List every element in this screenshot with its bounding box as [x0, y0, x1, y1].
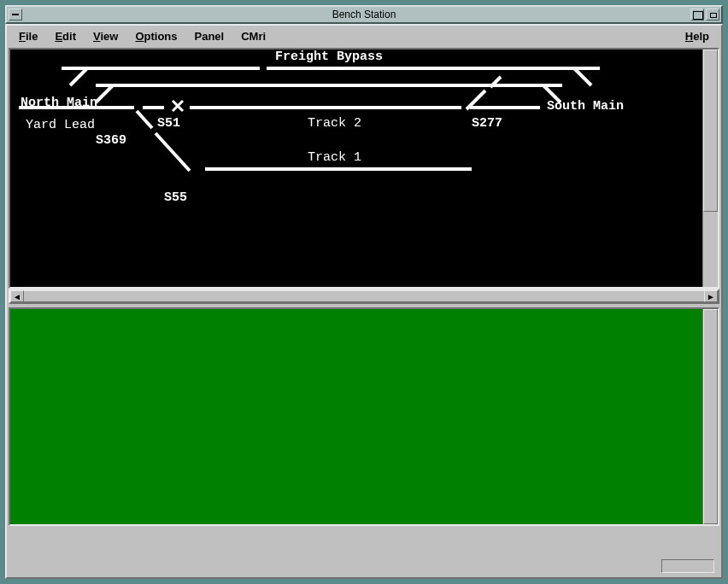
svg-line-2 — [70, 68, 87, 85]
track-diagram[interactable]: Freight Bypass North Main South Main Yar… — [10, 50, 718, 287]
bottom-panel-vscroll[interactable] — [702, 309, 718, 524]
window-body: File Edit View Options Panel CMri Help — [5, 24, 723, 579]
window-frame: Bench Station File Edit View Options Pan… — [0, 0, 728, 584]
menu-cmri[interactable]: CMri — [234, 28, 273, 44]
track-panel-hscroll[interactable]: ◄ ► — [9, 289, 719, 304]
maximize-button[interactable] — [690, 9, 704, 20]
bottom-panel[interactable] — [10, 309, 718, 524]
label-yard-lead: Yard Lead — [26, 118, 95, 132]
status-box — [661, 559, 714, 573]
scroll-thumb[interactable] — [703, 50, 718, 212]
bottom-panel-wrap — [9, 307, 719, 526]
menu-file[interactable]: File — [12, 28, 44, 44]
menu-help[interactable]: Help — [678, 28, 716, 44]
svg-line-13 — [137, 111, 152, 128]
track-lines — [10, 50, 694, 287]
label-s51: S51 — [157, 116, 180, 131]
scroll-left-arrow[interactable]: ◄ — [10, 290, 24, 302]
track-diagram-panel: Freight Bypass North Main South Main Yar… — [9, 48, 719, 289]
label-s55: S55 — [164, 190, 187, 205]
label-track2: Track 2 — [308, 116, 361, 131]
menubar: File Edit View Options Panel CMri Help — [7, 26, 721, 46]
svg-line-14 — [156, 133, 190, 171]
window-title: Bench Station — [332, 9, 396, 20]
menu-edit[interactable]: Edit — [48, 28, 83, 44]
label-s277: S277 — [472, 116, 502, 131]
label-north-main: North Main — [21, 96, 97, 110]
statusbar — [7, 555, 721, 577]
menu-panel[interactable]: Panel — [188, 28, 232, 44]
label-freight-bypass: Freight Bypass — [275, 50, 383, 64]
menu-options[interactable]: Options — [128, 28, 184, 44]
label-south-main: South Main — [547, 99, 624, 114]
menu-view[interactable]: View — [86, 28, 125, 44]
content-area: Freight Bypass North Main South Main Yar… — [7, 46, 721, 555]
label-track1: Track 1 — [308, 150, 361, 165]
label-s369: S369 — [96, 133, 126, 148]
titlebar[interactable]: Bench Station — [5, 5, 723, 24]
minimize-button[interactable] — [706, 9, 719, 20]
svg-line-9 — [96, 85, 113, 102]
track-panel-vscroll[interactable] — [702, 50, 718, 287]
hscroll-track[interactable] — [24, 290, 704, 302]
svg-line-3 — [574, 68, 591, 85]
scroll-thumb[interactable] — [703, 309, 718, 524]
window-menu-button[interactable] — [9, 9, 22, 20]
scroll-right-arrow[interactable]: ► — [704, 290, 718, 302]
